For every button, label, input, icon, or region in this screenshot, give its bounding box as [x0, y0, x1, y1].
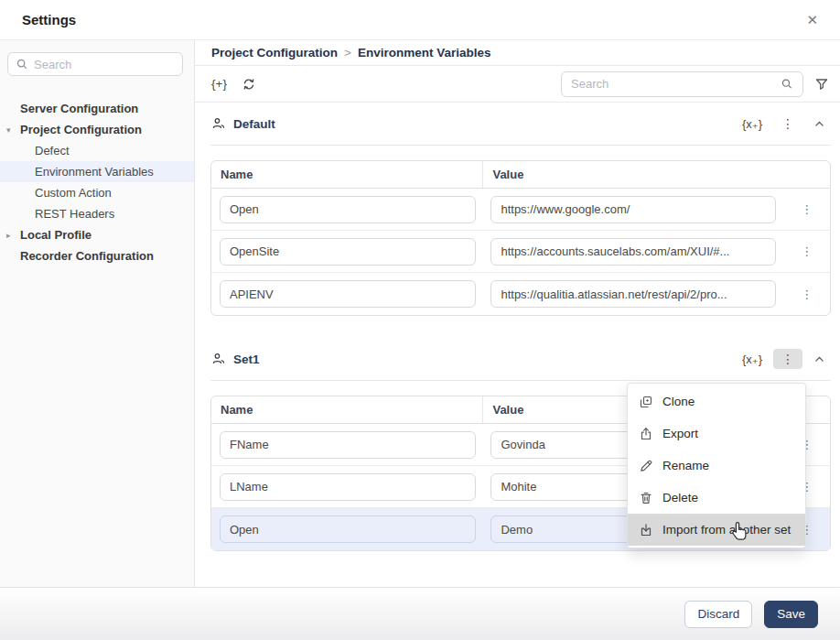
settings-nav: Server Configuration ▾Project Configurat… — [0, 98, 194, 266]
export-icon — [639, 427, 653, 441]
chevron-up-icon — [813, 118, 825, 130]
settings-dialog: Settings ✕ Server Configuration ▾Project… — [0, 0, 840, 640]
breadcrumb-environment-variables[interactable]: Environment Variables — [358, 46, 491, 60]
add-variable-button[interactable]: {x₊} — [737, 114, 768, 135]
sidebar-item-recorder-configuration[interactable]: Recorder Configuration — [0, 245, 194, 266]
chevron-up-icon — [813, 353, 825, 365]
refresh-icon — [242, 77, 256, 92]
sidebar-search-input[interactable] — [34, 58, 175, 71]
section-header-default: Default {x₊} ⋮ — [210, 103, 831, 146]
menu-item-delete[interactable]: Delete — [628, 482, 805, 514]
save-button[interactable]: Save — [764, 601, 818, 628]
chevron-down-icon: ▾ — [6, 125, 11, 135]
kebab-icon: ⋮ — [781, 352, 794, 366]
variable-value-input[interactable] — [490, 196, 776, 223]
dialog-header: Settings ✕ — [0, 0, 840, 40]
variable-name-input[interactable] — [220, 280, 476, 308]
dialog-footer: Discard Save — [0, 587, 840, 640]
variable-name-input[interactable] — [220, 515, 476, 543]
refresh-button[interactable] — [242, 77, 256, 92]
column-header-value: Value — [483, 161, 783, 188]
breadcrumb-project-configuration[interactable]: Project Configuration — [211, 46, 338, 60]
menu-item-rename[interactable]: Rename — [628, 450, 805, 482]
filter-icon — [814, 77, 829, 92]
set-menu-button[interactable]: ⋮ — [773, 114, 802, 134]
variables-search[interactable] — [561, 71, 803, 97]
breadcrumb-separator: > — [344, 46, 351, 60]
table-row: ⋮ — [211, 273, 830, 315]
variable-value-input[interactable] — [490, 280, 776, 308]
kebab-icon: ⋮ — [801, 202, 813, 216]
menu-item-clone[interactable]: Clone — [628, 385, 805, 418]
settings-sidebar: Server Configuration ▾Project Configurat… — [0, 40, 195, 587]
section-title: Set1 — [233, 353, 260, 366]
kebab-icon: ⋮ — [801, 287, 813, 301]
dialog-title: Settings — [22, 12, 76, 27]
filter-button[interactable] — [814, 77, 829, 92]
collapse-section-button[interactable] — [808, 114, 831, 134]
add-set-icon: {+} — [211, 77, 227, 91]
sidebar-item-local-profile[interactable]: ▸Local Profile — [0, 224, 194, 245]
kebab-icon: ⋮ — [801, 244, 813, 258]
variables-search-input[interactable] — [571, 77, 773, 91]
breadcrumb: Project Configuration > Environment Vari… — [195, 40, 840, 66]
variable-value-input[interactable] — [490, 238, 776, 266]
delete-icon — [639, 491, 653, 505]
section-header-set1: Set1 {x₊} ⋮ — [210, 338, 831, 381]
search-icon — [16, 58, 28, 71]
default-variables-table: Name Value ⋮ ⋮ — [210, 160, 831, 316]
close-button[interactable]: ✕ — [806, 13, 818, 27]
close-icon: ✕ — [806, 12, 818, 27]
users-icon — [210, 352, 226, 367]
collapse-section-button[interactable] — [808, 350, 831, 369]
section-title: Default — [233, 117, 275, 131]
add-variable-icon: {x₊} — [742, 353, 762, 366]
set-menu-button-active[interactable]: ⋮ — [773, 349, 802, 369]
rename-icon — [639, 459, 653, 473]
column-header-name: Name — [211, 161, 483, 188]
add-variable-button[interactable]: {x₊} — [737, 349, 768, 370]
sidebar-item-rest-headers[interactable]: REST Headers — [0, 203, 194, 224]
menu-item-export[interactable]: Export — [628, 418, 805, 450]
variable-name-input[interactable] — [220, 238, 476, 266]
menu-item-import-from-another-set[interactable]: Import from another set — [628, 514, 805, 546]
add-variable-icon: {x₊} — [742, 117, 762, 131]
set-context-menu: Clone Export Rename Delete Import from a… — [627, 383, 806, 548]
kebab-icon: ⋮ — [781, 116, 794, 131]
row-menu-button[interactable]: ⋮ — [795, 201, 818, 218]
table-row: ⋮ — [211, 189, 830, 231]
sidebar-item-defect[interactable]: Defect — [0, 140, 194, 161]
sidebar-item-project-configuration[interactable]: ▾Project Configuration — [0, 119, 194, 140]
sidebar-item-server-configuration[interactable]: Server Configuration — [0, 98, 194, 119]
env-toolbar: {+} — [195, 66, 840, 103]
sidebar-item-custom-action[interactable]: Custom Action — [0, 182, 194, 203]
chevron-right-icon: ▸ — [6, 231, 11, 240]
row-menu-button[interactable]: ⋮ — [795, 286, 818, 303]
variable-name-input[interactable] — [220, 431, 476, 459]
discard-button[interactable]: Discard — [684, 601, 752, 628]
search-icon — [781, 77, 793, 91]
table-row: ⋮ — [211, 231, 830, 273]
row-menu-button[interactable]: ⋮ — [795, 243, 818, 260]
clone-icon — [639, 395, 653, 409]
sidebar-item-environment-variables[interactable]: Environment Variables — [0, 161, 194, 182]
sidebar-search[interactable] — [7, 52, 183, 76]
variable-name-input[interactable] — [220, 196, 476, 223]
import-icon — [639, 523, 653, 537]
add-set-button[interactable]: {+} — [211, 77, 227, 91]
users-icon — [210, 116, 226, 132]
variable-name-input[interactable] — [220, 473, 476, 501]
column-header-name: Name — [211, 396, 483, 423]
